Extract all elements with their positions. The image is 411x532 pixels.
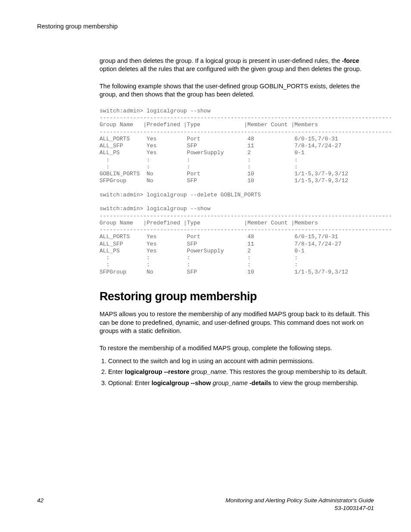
argument: group_name xyxy=(190,368,226,375)
steps-list: Connect to the switch and log in using a… xyxy=(100,357,374,388)
text: group and then deletes the group. If a l… xyxy=(100,57,342,64)
option: -details xyxy=(249,380,271,386)
code-block: switch:admin> logicalgroup --show ------… xyxy=(100,108,374,276)
force-option: -force xyxy=(342,57,359,64)
page-footer: 42 Monitoring and Alerting Policy Suite … xyxy=(37,497,374,512)
argument: group_name xyxy=(211,380,249,386)
section-heading: Restoring group membership xyxy=(100,289,374,304)
page-number: 42 xyxy=(37,497,44,504)
section-paragraph-2: To restore the membership of a modified … xyxy=(100,344,374,353)
command: logicalgroup --show xyxy=(152,380,211,386)
step-2: Enter logicalgroup --restore group_name.… xyxy=(108,368,374,376)
intro-paragraph-2: The following example shows that the use… xyxy=(100,82,374,99)
doc-title: Monitoring and Alerting Policy Suite Adm… xyxy=(226,497,374,504)
text: Enter xyxy=(108,368,125,375)
command: logicalgroup --restore xyxy=(125,368,190,375)
text: to view the group membership. xyxy=(271,380,358,386)
running-header: Restoring group membership xyxy=(37,22,374,31)
text: . This restores the group membership to … xyxy=(226,368,367,375)
text: Optional: Enter xyxy=(108,380,152,386)
intro-paragraph-1: group and then deletes the group. If a l… xyxy=(100,57,374,74)
text: option deletes all the rules that are co… xyxy=(100,65,361,72)
section-paragraph-1: MAPS allows you to restore the membershi… xyxy=(100,310,374,336)
step-1: Connect to the switch and log in using a… xyxy=(108,357,374,366)
doc-number: 53-1003147-01 xyxy=(334,505,374,511)
step-3: Optional: Enter logicalgroup --show grou… xyxy=(108,379,374,388)
